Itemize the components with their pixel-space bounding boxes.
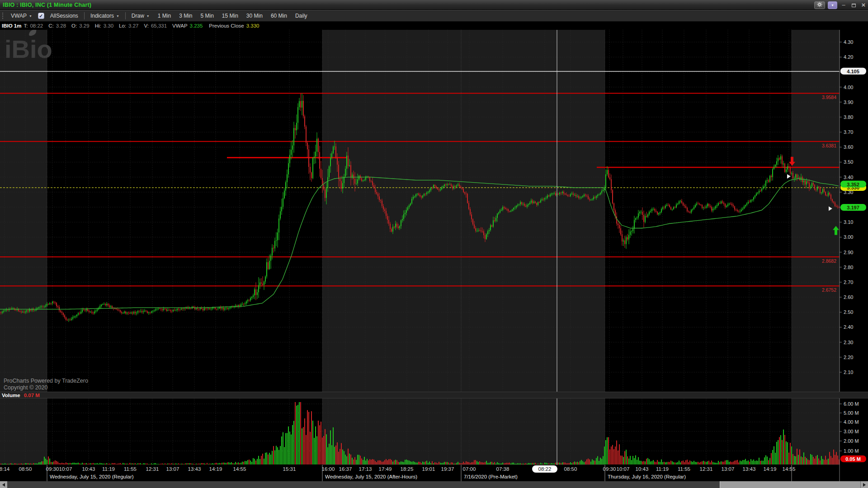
high-label: Hi: [95,23,101,28]
indicators-dropdown[interactable]: Indicators ▼ [86,13,123,19]
volume-pane-header: Volume 0.07 M [0,392,868,398]
chevron-down-icon: ▼ [116,14,119,18]
svg-text:2.20: 2.20 [844,355,853,360]
svg-text:07:00: 07:00 [463,466,476,472]
svg-text:14:55: 14:55 [783,466,796,472]
svg-text:10:07: 10:07 [59,466,72,472]
timeframe-3min-button[interactable]: 3 Min [175,13,196,19]
vwap-checkbox[interactable]: ✓ [38,13,44,19]
scroll-left-button[interactable] [0,481,7,488]
chevron-down-icon: ▼ [146,14,150,18]
settings-button[interactable] [814,1,825,9]
level-label: 3.9584 [822,95,836,100]
svg-text:12:31: 12:31 [146,466,159,472]
svg-text:3.40: 3.40 [844,175,853,180]
scrollbar-thumb[interactable] [720,481,861,488]
svg-text:4.00: 4.00 [844,85,853,90]
svg-text:18:25: 18:25 [401,466,414,472]
quote-info-bar: IBIO 1m T: 08:22 C: 3.28 O: 3.29 Hi: 3.3… [0,22,868,30]
svg-text:2.60: 2.60 [844,294,853,300]
svg-text:10:43: 10:43 [82,466,95,472]
svg-text:3.00 M: 3.00 M [844,429,859,434]
draw-dropdown[interactable]: Draw ▼ [127,13,154,19]
svg-text:2.00 M: 2.00 M [844,438,859,444]
level-label: 3.6381 [822,143,836,148]
volume-label: V: [144,23,148,28]
svg-text:Wednesday, July 15, 2020 (Regu: Wednesday, July 15, 2020 (Regular) [50,474,134,479]
minimize-button[interactable]: – [840,0,847,10]
svg-text:10:07: 10:07 [617,466,630,472]
svg-text:11:55: 11:55 [678,466,690,472]
svg-text:1.00 M: 1.00 M [844,448,859,454]
svg-text:2.40: 2.40 [844,324,853,330]
svg-text:4.105: 4.105 [847,69,859,74]
svg-text:08:22: 08:22 [538,466,552,472]
left-arrow-icon [2,483,5,487]
time-value: 08:22 [30,23,43,28]
ibio-logo-watermark: iBio [5,35,52,63]
volume-axis-labels: 6.00 M5.00 M4.00 M3.00 M2.00 M1.00 M [840,401,859,454]
horizontal-scrollbar[interactable] [0,481,868,488]
svg-text:09:30: 09:30 [46,466,59,472]
svg-text:Wednesday, July 15, 2020 (Afte: Wednesday, July 15, 2020 (After-Hours) [325,474,417,479]
svg-text:4.20: 4.20 [844,54,853,60]
svg-text:3.80: 3.80 [844,114,853,120]
close-label: C: [48,23,54,28]
close-value: 3.28 [56,23,66,28]
low-label: Lo: [119,23,126,28]
restore-button[interactable] [850,0,857,10]
svg-text:16:00: 16:00 [322,466,335,472]
svg-text:11:55: 11:55 [124,466,137,472]
window-controls: ▼ – × [814,0,867,10]
timeframe-15min-button[interactable]: 15 Min [218,13,242,19]
open-label: O: [71,23,77,28]
svg-text:17:49: 17:49 [379,466,392,472]
svg-text:8:14: 8:14 [0,466,10,472]
toolbar-grip-icon[interactable] [2,13,3,14]
timeframe-1min-button[interactable]: 1 Min [154,13,175,19]
window-title: IBIO : IBIO, INC (1 Minute Chart) [0,2,91,8]
chart-menu-dropdown-button[interactable]: ▼ [828,1,837,9]
svg-text:2.30: 2.30 [844,340,853,345]
restore-icon [852,4,856,7]
svg-text:13:07: 13:07 [166,466,179,472]
volume-pane-label: Volume [2,393,20,398]
allsessions-toggle[interactable]: AllSessions [46,13,82,19]
timeframe-60min-button[interactable]: 60 Min [267,13,291,19]
open-value: 3.29 [79,23,89,28]
toolbar-separator [84,12,85,19]
svg-text:14:55: 14:55 [233,466,246,472]
svg-text:17:13: 17:13 [359,466,372,472]
timeframe-5min-button[interactable]: 5 Min [196,13,217,19]
svg-text:7/16/2020 (Pre-Market): 7/16/2020 (Pre-Market) [464,474,518,479]
vwap-dropdown[interactable]: VWAP ▼ [7,13,36,19]
svg-text:07:38: 07:38 [496,466,509,472]
close-button[interactable]: × [860,0,867,10]
svg-text:5.00 M: 5.00 M [844,410,859,416]
low-value: 3.27 [128,23,138,28]
svg-text:16:37: 16:37 [339,466,352,472]
chevron-down-icon: ▼ [29,14,32,18]
svg-text:3.10: 3.10 [844,219,853,225]
svg-text:11:19: 11:19 [656,466,669,472]
svg-text:3.00: 3.00 [844,234,853,240]
svg-text:13:43: 13:43 [188,466,201,472]
symbol-timeframe-label: IBIO 1m [2,23,21,28]
price-chart-canvas[interactable]: iBioProCharts Powered by TradeZeroCopyri… [0,0,868,481]
svg-text:2.50: 2.50 [844,309,853,315]
svg-text:13:07: 13:07 [722,466,735,472]
prev-close-label: Previous Close [209,23,244,28]
timeframe-30min-button[interactable]: 30 Min [242,13,267,19]
scroll-right-button[interactable] [861,481,868,488]
right-arrow-icon [863,483,866,487]
svg-text:3.90: 3.90 [844,99,853,105]
svg-text:4.00 M: 4.00 M [844,419,859,425]
time-axis-labels: 8:1408:5009:3010:0710:4311:1911:5512:311… [0,465,795,473]
svg-text:2.10: 2.10 [844,370,853,375]
svg-text:08:50: 08:50 [19,466,32,472]
svg-text:12:31: 12:31 [700,466,713,472]
timeframe-daily-button[interactable]: Daily [291,13,311,19]
svg-text:10:43: 10:43 [636,466,649,472]
svg-text:0.05 M: 0.05 M [845,456,861,462]
level-label: 2.8682 [822,258,836,264]
